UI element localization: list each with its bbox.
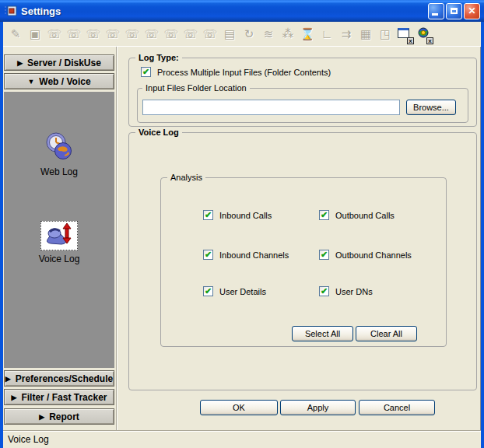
clear-all-button[interactable]: Clear All (356, 326, 417, 341)
chevron-right-icon: ▶ (39, 413, 44, 421)
apply-button[interactable]: Apply (280, 400, 356, 415)
toolbar-disabled-icon-17: ∟ (317, 25, 336, 44)
section-label: Preferences/Schedule (16, 373, 113, 384)
check-icon: ✔ (205, 211, 212, 219)
status-text: Voice Log (8, 434, 49, 445)
vertical-separator (116, 47, 117, 430)
outbound-calls-checkbox[interactable]: ✔ (319, 210, 329, 220)
sidebar-section-server-diskuse[interactable]: ▶ Server / DiskUse (4, 54, 114, 71)
inbound-channels-row: ✔ Inbound Channels (203, 250, 289, 260)
voice-log-group-title: Voice Log (135, 127, 182, 138)
sidebar-section-filter-fast-tracker[interactable]: ▶ Filter / Fast Tracker (4, 389, 114, 405)
close-window-tool-icon[interactable]: x (395, 25, 414, 44)
inbound-calls-checkbox[interactable]: ✔ (203, 210, 213, 220)
x-badge-icon: x (426, 37, 433, 44)
user-dns-label: User DNs (335, 287, 373, 296)
main-panel: Log Type: ✔ Process Multiple Input Files… (119, 47, 481, 430)
inbound-calls-label: Inbound Calls (219, 211, 272, 220)
log-type-group-title: Log Type: (135, 52, 182, 63)
toolbar-disabled-icon-20: ◳ (376, 25, 395, 44)
outbound-channels-label: Outbound Channels (335, 250, 412, 260)
toolbar-disabled-icon-6: ☏ (103, 25, 122, 44)
web-log-icon (44, 131, 74, 161)
inbound-channels-label: Inbound Channels (219, 250, 289, 260)
toolbar-disabled-icon-1: ✎ (6, 25, 25, 44)
analysis-group: Analysis ✔ Inbound Calls ✔ Outbound Call… (160, 177, 447, 347)
client-area: ▶ Server / DiskUse ▼ Web / Voice (3, 47, 481, 430)
section-label: Web / Voice (39, 76, 90, 87)
section-label: Report (49, 411, 79, 422)
maximize-button[interactable] (446, 3, 462, 19)
toolbar-disabled-icon-11: ☏ (201, 25, 219, 44)
user-details-checkbox[interactable]: ✔ (203, 286, 213, 296)
x-badge-icon: x (407, 37, 414, 44)
user-details-label: User Details (219, 287, 266, 296)
folder-location-input[interactable] (142, 100, 400, 115)
browse-button[interactable]: Browse... (406, 100, 456, 115)
toolbar-disabled-icon-8: ☏ (142, 25, 161, 44)
log-selector-panel: Web Log Voice Log (4, 92, 114, 368)
outbound-channels-row: ✔ Outbound Channels (319, 250, 412, 260)
toolbar-disabled-icon-7: ☏ (123, 25, 142, 44)
ok-button[interactable]: OK (200, 400, 278, 415)
select-all-label: Select All (305, 329, 340, 338)
maximize-icon (451, 8, 458, 14)
voice-log-icon (44, 222, 74, 247)
close-button[interactable]: ✕ (464, 3, 480, 19)
toolbar-disabled-icon-12: ▤ (220, 25, 239, 44)
check-icon: ✔ (205, 287, 212, 296)
settings-window: Settings ✕ ✎ ▣ ☏ ☏ ☏ ☏ ☏ ☏ ☏ ☏ ☏ ▤ ↻ ≋ ⁂… (0, 0, 484, 448)
multi-input-row: ✔ Process Multiple Input Files (Folder C… (141, 67, 331, 77)
section-label: Server / DiskUse (27, 58, 101, 68)
sidebar-section-preferences-schedule[interactable]: ▶ Preferences/Schedule (4, 370, 114, 387)
toolbar-disabled-icon-5: ☏ (84, 25, 103, 44)
user-dns-row: ✔ User DNs (319, 286, 373, 296)
process-multiple-input-checkbox[interactable]: ✔ (141, 67, 151, 77)
close-session-tool-icon[interactable]: x (415, 25, 433, 44)
check-icon: ✔ (205, 250, 212, 259)
cancel-button-label: Cancel (384, 403, 410, 412)
outbound-channels-checkbox[interactable]: ✔ (319, 250, 329, 260)
inbound-channels-checkbox[interactable]: ✔ (203, 250, 213, 260)
toolbar-disabled-icon-19: ▦ (356, 25, 375, 44)
user-details-row: ✔ User Details (203, 286, 266, 296)
app-icon (5, 5, 17, 17)
toolbar-disabled-icon-3: ☏ (45, 25, 64, 44)
toolbar: ✎ ▣ ☏ ☏ ☏ ☏ ☏ ☏ ☏ ☏ ☏ ▤ ↻ ≋ ⁂ ⌛ ∟ ⇉ ▦ ◳ … (3, 22, 481, 47)
close-icon: ✕ (468, 6, 475, 16)
voice-log-item[interactable]: Voice Log (39, 221, 80, 264)
window-title: Settings (21, 5, 426, 17)
web-log-item[interactable]: Web Log (40, 131, 78, 177)
minimize-button[interactable] (428, 3, 444, 19)
folder-group-title: Input Files Folder Location (142, 82, 250, 93)
user-dns-checkbox[interactable]: ✔ (319, 286, 329, 296)
toolbar-disabled-icon-10: ☏ (181, 25, 200, 44)
ok-button-label: OK (233, 403, 245, 412)
browse-button-label: Browse... (413, 103, 449, 112)
chevron-right-icon: ▶ (17, 59, 23, 67)
chevron-down-icon: ▼ (27, 78, 34, 86)
status-bar: Voice Log (3, 430, 481, 448)
chevron-right-icon: ▶ (5, 375, 11, 383)
web-log-label: Web Log (40, 166, 78, 177)
select-all-button[interactable]: Select All (292, 326, 353, 341)
check-icon: ✔ (142, 68, 149, 76)
input-files-folder-group: Input Files Folder Location Browse... (137, 88, 468, 123)
inbound-calls-row: ✔ Inbound Calls (203, 210, 272, 220)
log-type-group: Log Type: ✔ Process Multiple Input Files… (128, 58, 477, 127)
sidebar-section-web-voice[interactable]: ▼ Web / Voice (4, 73, 114, 89)
sidebar-section-report[interactable]: ▶ Report (4, 408, 114, 425)
toolbar-disabled-icon-4: ☏ (65, 25, 83, 44)
cancel-button[interactable]: Cancel (359, 400, 435, 415)
minimize-icon (432, 13, 438, 16)
web-log-iconbox (41, 131, 77, 163)
toolbar-disabled-icon-14: ≋ (259, 25, 278, 44)
section-label: Filter / Fast Tracker (21, 392, 107, 403)
toolbar-disabled-icon-2: ▣ (26, 25, 44, 44)
toolbar-disabled-icon-16: ⌛ (298, 25, 317, 44)
check-icon: ✔ (321, 250, 328, 259)
sidebar: ▶ Server / DiskUse ▼ Web / Voice (3, 47, 115, 430)
voice-log-iconbox (40, 221, 78, 250)
voice-log-group: Voice Log Analysis ✔ Inbound Calls ✔ Out… (128, 132, 477, 390)
toolbar-disabled-icon-15: ⁂ (279, 25, 297, 44)
